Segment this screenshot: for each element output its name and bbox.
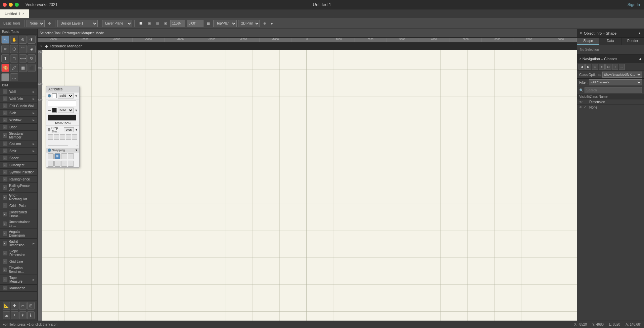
close-button[interactable] bbox=[3, 3, 7, 7]
paint-tool[interactable]: 🖊 bbox=[10, 64, 18, 72]
bim-item[interactable]: ▪ Angular Dimension bbox=[0, 229, 37, 239]
pan-tool[interactable]: ✋ bbox=[10, 36, 18, 44]
class-options-select[interactable]: Show/Snap/Modify O... bbox=[602, 72, 642, 78]
snap-circle-btn[interactable]: ◉ bbox=[68, 161, 74, 167]
push-pull-tool[interactable]: ⬆ bbox=[1, 54, 9, 63]
snap-edge-btn[interactable]: ⊟ bbox=[48, 161, 54, 167]
rotate-tool[interactable]: ↻ bbox=[28, 54, 36, 63]
stroke-type-select[interactable]: Solid bbox=[58, 108, 74, 113]
object-info-collapse[interactable]: ▲ bbox=[638, 31, 641, 35]
bim-item[interactable]: ▪ Window ▶ bbox=[0, 117, 37, 124]
snap-settings-button[interactable]: ⚙ bbox=[46, 19, 53, 28]
fill-type-select[interactable]: Solid bbox=[58, 93, 74, 98]
nav-grid-btn[interactable]: ⊟ bbox=[605, 64, 611, 70]
2d-plan-dropdown[interactable]: 2D Plan bbox=[238, 20, 260, 27]
tools-label[interactable]: Basic Tools bbox=[1, 19, 22, 28]
nav-list-btn[interactable]: ≡ bbox=[599, 64, 605, 70]
dot-tool[interactable]: • bbox=[11, 311, 18, 319]
zoom-tool[interactable]: ⊕ bbox=[19, 36, 27, 44]
3d-tool[interactable]: ⬡ bbox=[10, 45, 18, 53]
ctrl-next[interactable]: ▼ bbox=[72, 134, 77, 140]
nav-more-btn[interactable]: … bbox=[619, 64, 625, 70]
bim-item[interactable]: ▪ Grid - Rectangular bbox=[0, 193, 37, 202]
bim-item[interactable]: ▪ Door bbox=[0, 124, 37, 131]
snap-pt-btn[interactable]: ✕ bbox=[61, 153, 67, 159]
layer-plane-dropdown[interactable]: Layer Plane bbox=[102, 20, 132, 27]
tab-render[interactable]: Render bbox=[622, 38, 644, 45]
class-row[interactable]: 👁 ✓ None bbox=[577, 105, 644, 110]
mirror-tool[interactable]: ⟺ bbox=[19, 54, 27, 63]
fill-color-box[interactable] bbox=[52, 93, 57, 98]
view-icon-3[interactable]: ⊟ bbox=[154, 19, 161, 28]
snap-center-btn[interactable]: ◎ bbox=[54, 161, 60, 167]
face-tool[interactable]: ◻ bbox=[10, 54, 18, 63]
bim-item[interactable]: ▪ Structural Member bbox=[0, 131, 37, 140]
bim-item[interactable]: ▪ Railing/Fence bbox=[0, 176, 37, 183]
stroke-color-box[interactable] bbox=[52, 108, 57, 113]
canvas-wrapper[interactable]: 1000 2000 3000 4000 × ◆ Resource Manager… bbox=[38, 42, 577, 321]
bim-item[interactable]: ▪ Wall ▶ bbox=[0, 88, 37, 95]
texture-tool[interactable]: ⬛ bbox=[28, 64, 36, 72]
bim-item[interactable]: ▪ Slope Dimension bbox=[0, 248, 37, 258]
class-row[interactable]: 👁 Dimension bbox=[577, 99, 644, 105]
nav-new-btn[interactable]: ⊞ bbox=[592, 64, 598, 70]
design-layer-dropdown[interactable]: Design Layer-1 bbox=[57, 20, 98, 27]
snap-star-btn[interactable]: ✦ bbox=[61, 161, 67, 167]
bim-item[interactable]: ▪ Marionette bbox=[0, 285, 37, 292]
cloud-tool[interactable]: ☁ bbox=[3, 311, 10, 319]
ctrl-play[interactable]: ▶ bbox=[66, 134, 71, 140]
bim-item[interactable]: ▪ Wall Join ▶ bbox=[0, 95, 37, 102]
rotation-input[interactable] bbox=[187, 20, 203, 27]
ctrl-prev[interactable]: ◀ bbox=[54, 134, 59, 140]
bim-item[interactable]: ▪ Elevation Benchm... bbox=[0, 265, 37, 275]
bim-item[interactable]: ▪ Grid - Polar bbox=[0, 202, 37, 209]
minimize-button[interactable] bbox=[9, 3, 13, 7]
bim-item[interactable]: ▪ Edit Curtain Wall bbox=[0, 102, 37, 110]
smart-cursor-tool[interactable]: ✚ bbox=[11, 302, 18, 310]
nav-collapse[interactable]: ▲ bbox=[639, 57, 642, 60]
ctrl-checkbox[interactable]: ☐ bbox=[48, 134, 53, 140]
none-dropdown[interactable]: None bbox=[27, 20, 45, 27]
bim-item[interactable]: ▪ Slab ▶ bbox=[0, 110, 37, 117]
snap-cancel-btn[interactable]: ✖ bbox=[68, 153, 74, 159]
snap-grid-btn[interactable]: ⊞ bbox=[54, 153, 60, 159]
clip-tool[interactable]: ✂ bbox=[19, 302, 27, 310]
bim-item[interactable]: ▪ Tape Measure ▶ bbox=[0, 275, 37, 285]
bim-item[interactable]: ▪ Railing/Fence Join bbox=[0, 183, 37, 193]
display-options-button[interactable]: ⊕ bbox=[261, 19, 268, 28]
maximize-button[interactable] bbox=[15, 3, 19, 7]
top-plan-dropdown[interactable]: Top/Plan bbox=[213, 20, 237, 27]
bim-item[interactable]: ▪ Radial Dimension ▶ bbox=[0, 239, 37, 248]
document-tab[interactable]: Untitled 1 × bbox=[0, 9, 29, 18]
search-input[interactable] bbox=[585, 87, 642, 93]
more-fill[interactable]: … bbox=[10, 73, 18, 81]
resource-manager-close[interactable]: × bbox=[40, 44, 42, 48]
selection-tool[interactable]: ↖ bbox=[1, 36, 9, 44]
bim-item[interactable]: ▪ BIMobject bbox=[0, 162, 37, 169]
zoom-input[interactable] bbox=[170, 20, 185, 27]
bim-item[interactable]: ▪ Column ▶ bbox=[0, 140, 37, 148]
reshape-tool[interactable]: ◈ bbox=[28, 45, 36, 53]
tab-close-icon[interactable]: × bbox=[22, 12, 24, 15]
render-icons[interactable]: ▦ bbox=[205, 19, 212, 28]
color-tool[interactable]: 🎨 bbox=[1, 64, 9, 72]
polyline-tool[interactable]: ⌒ bbox=[19, 45, 27, 53]
object-info-close[interactable]: × bbox=[580, 31, 582, 35]
bim-item[interactable]: ▪ Space bbox=[0, 155, 37, 162]
view-icon-4[interactable]: ⊠ bbox=[162, 19, 169, 28]
drop-shadow-value[interactable] bbox=[64, 127, 74, 132]
ctrl-link[interactable]: ⛓ bbox=[60, 134, 65, 140]
tab-data[interactable]: Data bbox=[599, 38, 622, 45]
bim-item[interactable]: ▪ Stair ▶ bbox=[0, 148, 37, 155]
nav-back-btn[interactable]: ◀ bbox=[579, 64, 585, 70]
bim-item[interactable]: ▪ Unconstrained Lin... bbox=[0, 219, 37, 229]
more-button[interactable]: ▸ bbox=[269, 19, 275, 28]
nav-fwd-btn[interactable]: ▶ bbox=[585, 64, 591, 70]
view-icon-1[interactable]: 🔲 bbox=[137, 19, 145, 28]
fill-tool[interactable] bbox=[1, 73, 9, 81]
measure-tool[interactable]: 📐 bbox=[3, 302, 10, 310]
snap-obj-btn[interactable]: ⊡ bbox=[48, 153, 54, 159]
bim-item[interactable]: ▪ Symbol Insertion bbox=[0, 169, 37, 176]
2d-tool[interactable]: ✏ bbox=[1, 45, 9, 53]
sign-in-button[interactable]: Sign In bbox=[628, 2, 640, 7]
